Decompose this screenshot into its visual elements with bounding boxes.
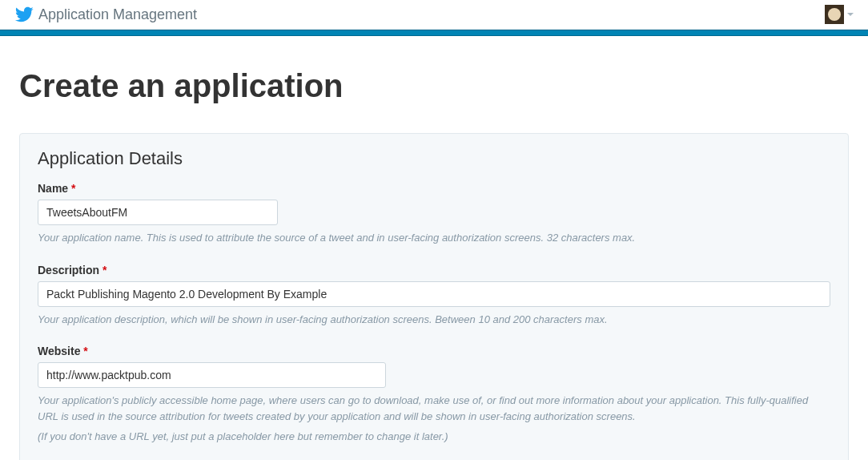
required-mark: * bbox=[71, 182, 75, 195]
website-input[interactable] bbox=[38, 362, 386, 388]
accent-bar bbox=[0, 30, 868, 36]
chevron-down-icon bbox=[847, 13, 854, 16]
name-input[interactable] bbox=[38, 200, 278, 225]
name-label-text: Name bbox=[38, 182, 68, 195]
required-mark: * bbox=[83, 345, 87, 357]
website-group: Website * Your application's publicly ac… bbox=[38, 345, 830, 445]
panel-heading: Application Details bbox=[38, 148, 830, 169]
description-label-text: Description bbox=[38, 264, 99, 276]
app-details-panel: Application Details Name * Your applicat… bbox=[19, 133, 849, 460]
website-help-2: (If you don't have a URL yet, just put a… bbox=[38, 429, 830, 445]
description-help: Your application description, which will… bbox=[38, 312, 830, 328]
name-help: Your application name. This is used to a… bbox=[38, 230, 830, 246]
description-label: Description * bbox=[38, 264, 830, 276]
website-help-1: Your application's publicly accessible h… bbox=[38, 393, 830, 424]
description-group: Description * Your application descripti… bbox=[38, 264, 830, 328]
description-input[interactable] bbox=[38, 281, 830, 307]
required-mark: * bbox=[102, 264, 106, 276]
website-label: Website * bbox=[38, 345, 830, 357]
twitter-icon bbox=[14, 5, 34, 24]
topbar: Application Management bbox=[0, 0, 868, 30]
app-title: Application Management bbox=[38, 6, 197, 23]
content: Create an application Application Detail… bbox=[0, 36, 868, 460]
name-group: Name * Your application name. This is us… bbox=[38, 182, 830, 246]
avatar bbox=[825, 5, 844, 24]
user-menu[interactable] bbox=[825, 5, 854, 24]
website-label-text: Website bbox=[38, 345, 80, 357]
topbar-left: Application Management bbox=[14, 5, 197, 24]
name-label: Name * bbox=[38, 182, 830, 195]
page-title: Create an application bbox=[19, 68, 849, 104]
